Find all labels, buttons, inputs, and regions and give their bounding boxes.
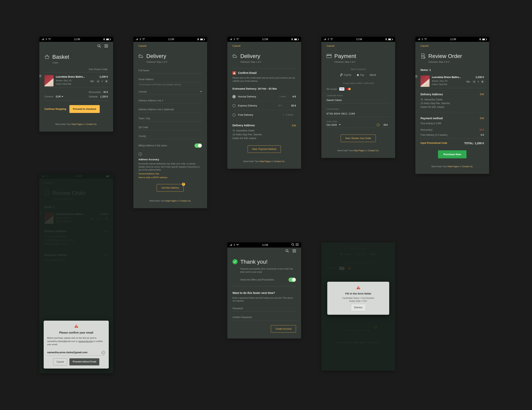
billing-same-toggle[interactable]: [195, 143, 202, 148]
svg-rect-25: [76, 325, 76, 327]
cvc-field[interactable]: 654: [381, 123, 390, 128]
use-address-button[interactable]: Use this Address7: [157, 184, 183, 191]
password-field[interactable]: Password: [232, 302, 296, 311]
help-pages-link[interactable]: Help Pages: [353, 149, 365, 152]
radio-off: [232, 113, 236, 117]
qty-plus-button[interactable]: +: [105, 80, 108, 83]
billing-same-label: Billing Address is the same.: [138, 144, 167, 147]
search-icon[interactable]: [97, 44, 101, 48]
next-review-button[interactable]: Next: Review Your Order: [341, 135, 376, 142]
promo-code-link[interactable]: Input Promotional Code: [420, 141, 447, 145]
modal-cancel-button[interactable]: Cancel: [53, 358, 67, 365]
help-pages-link[interactable]: Help Pages: [259, 160, 271, 163]
modal-proceed-button[interactable]: Proceed without Email: [69, 358, 99, 365]
expiry-select[interactable]: Oct 2020: [326, 123, 373, 128]
screen-review-modal: 3 11:56 Cancel Review Order Checkout: St…: [39, 174, 113, 373]
addr2-field[interactable]: Delivery Address Line 2 (optional): [138, 103, 202, 112]
addr1-field[interactable]: Delivery Address Line 1: [138, 95, 202, 103]
accuracy-title: Address Accuracy: [138, 157, 202, 162]
county-field[interactable]: County: [138, 130, 202, 139]
menu-icon[interactable]: [104, 45, 108, 48]
delivery-option-free[interactable]: Free Delivery2 - 3 Weeks: [232, 110, 296, 119]
qty-label: Qty:: [90, 80, 95, 83]
menu-icon[interactable]: [293, 249, 296, 253]
edit-payment-link[interactable]: Edit: [480, 117, 484, 120]
cvc-info-icon[interactable]: i: [377, 123, 380, 127]
tips-link-1[interactable]: General Address Tips: [138, 172, 202, 175]
email-input[interactable]: samantha.anne.clarke@gmail.com: [47, 349, 105, 355]
purchase-button[interactable]: Purchase Now: [438, 150, 467, 159]
help-pages-link[interactable]: Help Pages: [447, 165, 459, 168]
cardholder-field[interactable]: Daniel Clarke: [326, 98, 390, 103]
tips-link-2[interactable]: How to enter a BFPO address: [138, 175, 202, 179]
battery-icon: [106, 38, 111, 40]
cancel-link[interactable]: Cancel: [232, 44, 240, 48]
help-pages-link[interactable]: Help Pages: [165, 200, 177, 202]
offers-toggle[interactable]: [288, 278, 296, 282]
clock-label: 11:56: [262, 38, 268, 41]
delivery-option-express[interactable]: Express Delivery24 h15 €: [232, 101, 296, 110]
skrill-option[interactable]: Skrill: [370, 73, 376, 77]
cancel-link[interactable]: Cancel: [420, 44, 428, 48]
contact-us-link[interactable]: Contact Us.: [274, 160, 285, 163]
wifi-icon: [236, 244, 239, 246]
svg-text:i: i: [140, 153, 140, 155]
battery-icon: [388, 38, 393, 40]
zip-field[interactable]: Zip Code: [138, 121, 202, 130]
create-account-button[interactable]: Create Account: [271, 325, 296, 333]
screen-thankyou: 3 11:56 Thank you! Payment successfully …: [227, 242, 301, 338]
product-name: Lucretzia Dress Ballro...: [56, 75, 88, 79]
addr-line1: To: Samantha Clarke: [232, 129, 296, 133]
cancel-link[interactable]: Cancel: [326, 44, 334, 48]
cardnumber-field[interactable]: 6738 8934 0821 1288: [326, 112, 390, 117]
contact-us-link[interactable]: Contact Us.: [368, 149, 379, 152]
screen-delivery-confirm: 3 11:56 Cancel Delivery Checkout: Step 1…: [227, 37, 301, 169]
svg-rect-29: [358, 287, 359, 288]
remove-item-button[interactable]: ×: [39, 74, 42, 78]
qty-minus-button[interactable]: −: [473, 80, 476, 83]
confirm-password-field[interactable]: Confirm Password: [232, 311, 296, 320]
svg-rect-10: [294, 39, 297, 40]
edit-address-link[interactable]: Edit: [480, 93, 484, 96]
contact-us-link[interactable]: Contact Us.: [86, 123, 97, 125]
discount-value: -30 €: [479, 128, 484, 131]
applepay-option[interactable]: Pay: [357, 73, 364, 77]
remove-item-button[interactable]: ×: [415, 75, 418, 78]
screen-payment-error: Select Payment PayPal Pay Skrill or pay …: [321, 242, 395, 371]
contact-us-link[interactable]: Contact Us.: [180, 200, 191, 202]
next-payment-button[interactable]: Next: Payment Method: [248, 145, 281, 153]
addr-line2: 15 Kelly's Bay Pier, Skerries: [420, 101, 484, 105]
cardnumber-label: Card Number: [326, 103, 390, 112]
menu-icon[interactable]: [296, 243, 299, 246]
checkout-button[interactable]: Proceed to checkout: [69, 105, 100, 113]
email-field[interactable]: Email Address: [138, 73, 202, 82]
country-select[interactable]: Country: [138, 86, 202, 95]
paypal-option[interactable]: PayPal: [341, 73, 351, 77]
currency-select[interactable]: EUR: [56, 95, 63, 98]
qty-plus-button[interactable]: +: [481, 80, 484, 83]
help-pages-link[interactable]: Help Pages: [71, 123, 83, 125]
search-icon[interactable]: [285, 249, 289, 254]
cancel-link[interactable]: Cancel: [138, 44, 146, 48]
delivery-option-normal[interactable]: Normal Delivery1 week4 €: [232, 92, 296, 101]
total-value: TOTAL: 1,200 €: [464, 141, 484, 145]
statusbar: 3 11:56: [321, 37, 395, 42]
email-submit-button[interactable]: [101, 351, 105, 355]
promo-label[interactable]: Your Promo Code:: [44, 65, 108, 72]
offers-label: Send me Offers and Promotions: [240, 278, 274, 281]
continue-shopping-link[interactable]: Continue Shopping: [44, 108, 66, 111]
search-icon[interactable]: [291, 243, 294, 247]
page-title: Delivery: [240, 53, 260, 60]
town-field[interactable]: Town / City: [138, 113, 202, 121]
page-title: Basket: [52, 53, 69, 61]
fullname-field[interactable]: Full Name: [138, 65, 202, 73]
dismiss-button[interactable]: Dismiss: [351, 304, 366, 311]
qty-minus-button[interactable]: −: [96, 80, 100, 83]
product-thumb[interactable]: [420, 75, 429, 87]
contact-us-link[interactable]: Contact Us.: [462, 165, 473, 168]
edit-address-link[interactable]: Edit: [292, 124, 296, 127]
product-price: 1,230 €: [100, 75, 108, 78]
resend-link[interactable]: resend this link: [78, 340, 93, 342]
svg-rect-21: [486, 39, 487, 40]
product-thumb[interactable]: [44, 75, 54, 86]
